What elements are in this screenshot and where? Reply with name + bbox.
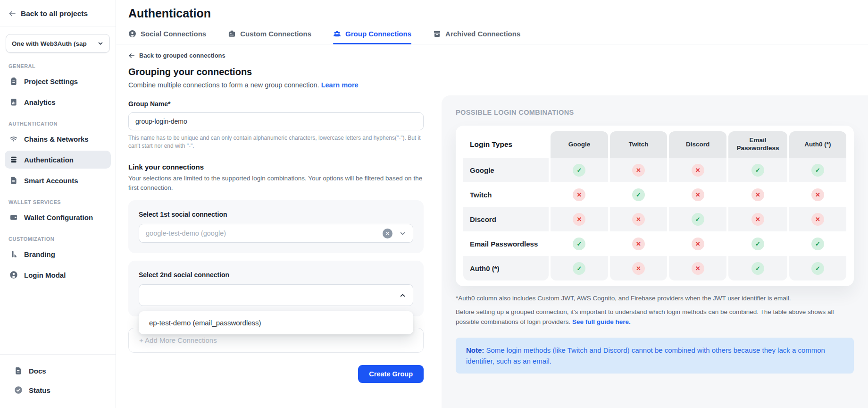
analytics-icon xyxy=(9,98,18,106)
group-name-input[interactable] xyxy=(128,112,424,130)
combo-cell: ✓ xyxy=(551,231,608,256)
column-header-email-passwordless: Email Passwordless xyxy=(728,131,787,158)
check-icon: ✓ xyxy=(811,164,824,177)
column-header-discord: Discord xyxy=(669,131,726,158)
tab-label: Social Connections xyxy=(141,30,206,38)
chevron-up-icon[interactable] xyxy=(399,292,406,299)
check-icon: ✓ xyxy=(573,262,585,275)
first-connection-select[interactable]: google-test-demo (google) ✕ xyxy=(139,224,413,243)
check-icon: ✓ xyxy=(751,262,764,275)
cross-icon: ✕ xyxy=(692,238,704,250)
project-selector-value: One with Web3Auth (sap xyxy=(12,40,87,47)
column-header-auth0: Auth0 (*) xyxy=(789,131,846,158)
table-corner-header: Login Types xyxy=(463,131,549,158)
combo-cell: ✕ xyxy=(610,207,667,231)
first-connection-value: google-test-demo (google) xyxy=(146,230,226,237)
dropdown-option-ep-test-demo[interactable]: ep-test-demo (email_passwordless) xyxy=(139,311,413,334)
back-to-grouped-connections-link[interactable]: Back to grouped connections xyxy=(128,52,424,59)
sidebar-item-label: Wallet Configuration xyxy=(24,213,93,221)
tab-social-connections[interactable]: Social Connections xyxy=(128,30,206,44)
auth0-footnote: *Auth0 column also includes Custom JWT, … xyxy=(456,295,854,302)
row-label: Auth0 (*) xyxy=(463,256,549,280)
sidebar-item-login-modal[interactable]: Login Modal xyxy=(5,266,111,284)
cross-icon: ✕ xyxy=(632,238,645,250)
chevron-down-icon xyxy=(97,40,104,47)
tab-label: Custom Connections xyxy=(240,30,311,38)
sidebar-section-general: GENERAL xyxy=(8,63,107,69)
cross-icon: ✕ xyxy=(573,213,585,226)
note-box: Note: Some login methods (like Twitch an… xyxy=(456,338,854,374)
project-selector[interactable]: One with Web3Auth (sap xyxy=(6,34,110,53)
combo-cell: ✕ xyxy=(551,207,608,231)
combo-cell: ✓ xyxy=(728,158,787,182)
learn-more-link[interactable]: Learn more xyxy=(321,81,359,89)
chevron-down-icon[interactable] xyxy=(399,230,406,237)
row-label: Twitch xyxy=(463,182,549,207)
link-connections-heading: Link your connections xyxy=(128,163,424,171)
group-name-label: Group Name* xyxy=(128,100,424,108)
combo-cell: ✕ xyxy=(728,207,787,231)
back-to-projects-link[interactable]: Back to all projects xyxy=(0,0,116,26)
combinations-title: POSSIBLE LOGIN COMBINATIONS xyxy=(456,109,854,116)
sidebar-item-analytics[interactable]: Analytics xyxy=(5,93,111,111)
clear-selection-icon[interactable]: ✕ xyxy=(383,229,392,238)
cross-icon: ✕ xyxy=(692,262,704,275)
sidebar-item-smart-accounts[interactable]: Smart Accounts xyxy=(5,171,111,189)
sidebar-section-customization: CUSTOMIZATION xyxy=(8,236,107,242)
create-group-button[interactable]: Create Group xyxy=(358,365,424,383)
tab-archived-connections[interactable]: Archived Connections xyxy=(433,30,520,44)
combo-cell: ✕ xyxy=(669,158,726,182)
combo-cell: ✕ xyxy=(669,182,726,207)
group-connections-icon xyxy=(333,30,341,38)
table-row: Auth0 (*) ✓ ✕ ✕ ✓ ✓ xyxy=(463,256,846,280)
first-connection-card: Select 1st social connection google-test… xyxy=(128,200,424,253)
sidebar-item-branding[interactable]: Branding xyxy=(5,245,111,263)
sidebar-item-authentication[interactable]: Authentication xyxy=(5,151,111,169)
check-icon: ✓ xyxy=(692,213,704,226)
sidebar-item-label: Chains & Networks xyxy=(24,135,89,143)
link-connections-description: Your selections are limited to the suppo… xyxy=(128,174,424,193)
combo-cell: ✕ xyxy=(610,158,667,182)
sidebar-item-project-settings[interactable]: Project Settings xyxy=(5,72,111,90)
sidebar-item-label: Docs xyxy=(29,367,46,375)
guide-link[interactable]: See full guide here. xyxy=(572,318,631,325)
sidebar-item-status[interactable]: Status xyxy=(9,381,106,399)
arrow-left-icon xyxy=(128,52,135,59)
second-connection-label: Select 2nd social connection xyxy=(139,271,413,279)
main-area: Authentication Social Connections Custom… xyxy=(116,0,868,408)
sidebar-section-authentication: AUTHENTICATION xyxy=(8,121,107,127)
database-stack-icon xyxy=(9,155,18,164)
cross-icon: ✕ xyxy=(632,213,645,226)
right-column: POSSIBLE LOGIN COMBINATIONS Login Types … xyxy=(434,44,868,408)
sidebar-item-chains-networks[interactable]: Chains & Networks xyxy=(5,130,111,148)
tab-label: Group Connections xyxy=(345,30,411,38)
tab-group-connections[interactable]: Group Connections xyxy=(333,30,411,44)
combo-cell: ✕ xyxy=(789,182,846,207)
check-icon: ✓ xyxy=(632,188,645,201)
group-connection-form: Back to grouped connections Grouping you… xyxy=(116,44,434,408)
check-icon: ✓ xyxy=(573,164,585,177)
sidebar-item-wallet-configuration[interactable]: Wallet Configuration xyxy=(5,208,111,226)
check-icon: ✓ xyxy=(751,238,764,250)
combo-cell: ✓ xyxy=(728,256,787,280)
sidebar: Back to all projects One with Web3Auth (… xyxy=(0,0,116,408)
content-row: Back to grouped connections Grouping you… xyxy=(116,44,868,408)
sidebar-item-label: Branding xyxy=(24,250,55,258)
combo-cell: ✕ xyxy=(610,256,667,280)
cross-icon: ✕ xyxy=(811,188,824,201)
docs-icon xyxy=(14,366,23,375)
check-circle-icon xyxy=(14,386,23,394)
sidebar-item-docs[interactable]: Docs xyxy=(9,362,106,380)
tab-custom-connections[interactable]: Custom Connections xyxy=(228,30,311,44)
first-connection-label: Select 1st social connection xyxy=(139,211,413,218)
table-row: Email Passwordless ✓ ✕ ✕ ✓ ✓ xyxy=(463,231,846,256)
tab-label: Archived Connections xyxy=(445,30,520,38)
column-header-google: Google xyxy=(551,131,608,158)
combo-cell: ✕ xyxy=(728,182,787,207)
login-combinations-panel: POSSIBLE LOGIN COMBINATIONS Login Types … xyxy=(442,95,868,408)
second-connection-select[interactable] xyxy=(139,284,413,306)
combo-cell: ✓ xyxy=(610,182,667,207)
combo-cell: ✕ xyxy=(789,207,846,231)
combo-cell: ✓ xyxy=(728,231,787,256)
form-heading: Grouping your connections xyxy=(128,67,424,77)
